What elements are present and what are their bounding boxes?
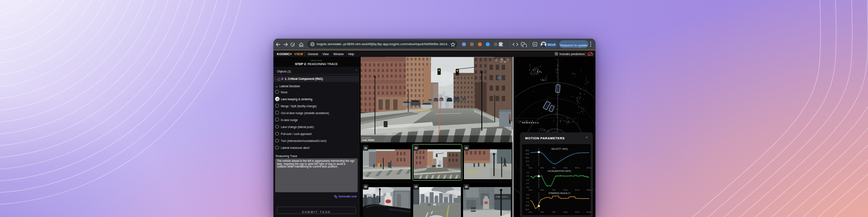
svg-text:-0.4: -0.4 xyxy=(526,197,529,199)
svg-text:2D Camera: 2D Camera xyxy=(362,137,372,139)
svg-text:-7.1: -7.1 xyxy=(526,201,529,203)
svg-text:3.4: 3.4 xyxy=(526,164,529,166)
svg-text:26.8: 26.8 xyxy=(526,153,529,155)
svg-text:-20.6: -20.6 xyxy=(525,208,529,210)
svg-text:VELOCITY (M/S): VELOCITY (M/S) xyxy=(551,148,568,150)
svg-text:0.0s: 0.0s xyxy=(529,167,532,169)
svg-text:19.4s: 19.4s xyxy=(587,189,592,191)
svg-text:0.2: 0.2 xyxy=(526,175,529,177)
svg-text:-13.8: -13.8 xyxy=(525,204,529,207)
svg-text:7.8s: 7.8s xyxy=(552,167,556,169)
svg-text:15.5s: 15.5s xyxy=(575,167,580,169)
svg-text:3.9s: 3.9s xyxy=(540,211,544,213)
svg-text:15.5s: 15.5s xyxy=(575,189,580,191)
svg-text:7.8s: 7.8s xyxy=(552,211,556,213)
svg-text:15.5s: 15.5s xyxy=(575,211,580,213)
svg-text:3.9s: 3.9s xyxy=(540,189,544,191)
svg-text:CAM_FRONT: CAM_FRONT xyxy=(362,139,375,141)
svg-text:11.6s: 11.6s xyxy=(563,211,568,213)
svg-text:-3.5: -3.5 xyxy=(526,186,529,188)
svg-text:6.4: 6.4 xyxy=(526,194,529,196)
svg-text:7.8s: 7.8s xyxy=(552,189,556,191)
svg-text:11.6s: 11.6s xyxy=(563,189,568,191)
svg-text:3.9s: 3.9s xyxy=(540,167,544,169)
svg-text:STEERING ANGLE (°): STEERING ANGLE (°) xyxy=(549,192,571,194)
svg-text:0.0s: 0.0s xyxy=(529,189,532,191)
svg-text:1.5: 1.5 xyxy=(526,171,529,174)
svg-text:-1.0: -1.0 xyxy=(526,179,529,181)
svg-text:34.6: 34.6 xyxy=(526,149,529,151)
svg-text:STARBUCKS C.: STARBUCKS C. xyxy=(496,196,509,198)
svg-text:11.6s: 11.6s xyxy=(563,167,568,169)
svg-text:ACCELERATION (M/S²): ACCELERATION (M/S²) xyxy=(548,170,571,172)
svg-text:19.4s: 19.4s xyxy=(587,167,592,169)
svg-text:-2.2: -2.2 xyxy=(526,182,529,184)
svg-text:19.0: 19.0 xyxy=(526,157,529,159)
svg-text:11.2: 11.2 xyxy=(526,160,529,162)
svg-text:0.0s: 0.0s xyxy=(529,211,532,213)
svg-text:19.4s: 19.4s xyxy=(587,211,592,213)
